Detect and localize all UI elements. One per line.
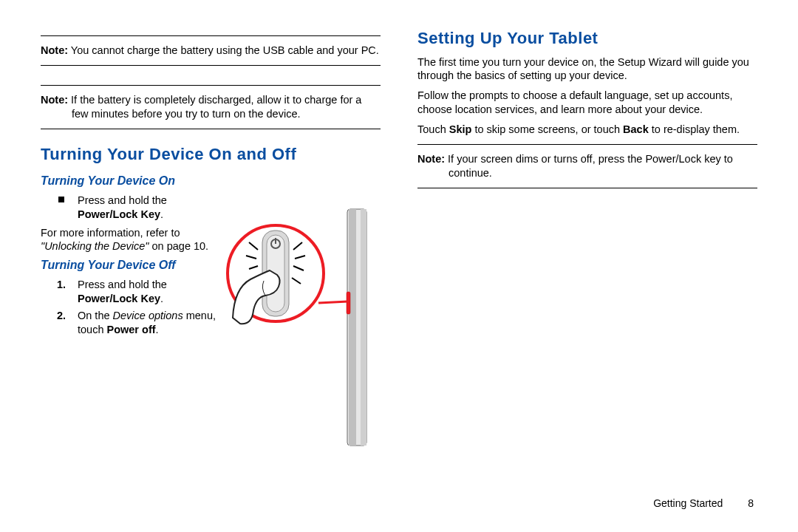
rule [417, 188, 757, 188]
setup-p2: Follow the prompts to choose a default l… [417, 89, 757, 117]
svg-line-4 [318, 301, 348, 303]
bullet-press-hold: Press and hold the Power/Lock Key. [41, 194, 218, 222]
power-button-illustration [218, 207, 388, 451]
page-footer: Getting Started 8 [653, 497, 754, 510]
note-label: Note: [41, 44, 68, 56]
subheading-off: Turning Your Device Off [41, 258, 218, 273]
footer-page-number: 8 [748, 497, 754, 509]
power-lock-key-label: Power/Lock Key [78, 208, 160, 220]
right-column: Setting Up Your Tablet The first time yo… [417, 28, 757, 339]
power-off-bold: Power off [107, 324, 156, 335]
svg-rect-2 [361, 209, 366, 446]
step-num: 1. [57, 278, 66, 292]
rule [41, 129, 381, 129]
note-2: Note: If the battery is completely disch… [41, 93, 381, 121]
heading-setup: Setting Up Your Tablet [417, 28, 757, 50]
rule [41, 35, 381, 36]
step-num: 2. [57, 309, 66, 323]
bullet-text: Press and hold the [78, 194, 167, 206]
note-1: Note: You cannot charge the battery usin… [41, 44, 381, 58]
skip-bold: Skip [449, 123, 472, 135]
note-text: If the battery is completely discharged,… [71, 94, 361, 120]
note-3: Note: If your screen dims or turns off, … [417, 152, 757, 180]
device-options-italic: Device options [113, 310, 183, 321]
rule [417, 144, 757, 145]
heading-power: Turning Your Device On and Off [41, 144, 381, 166]
note-label: Note: [41, 94, 68, 106]
svg-rect-1 [349, 209, 356, 446]
square-bullet-icon [58, 197, 64, 202]
ref-italic: "Unlocking the Device" [41, 240, 149, 252]
svg-rect-3 [347, 292, 350, 314]
footer-section-title: Getting Started [653, 497, 723, 509]
power-lock-key-label: Power/Lock Key [78, 293, 160, 304]
setup-p1: The first time you turn your device on, … [417, 55, 757, 83]
note-label: Note: [417, 153, 445, 165]
step-1: 1. Press and hold the Power/Lock Key. [41, 278, 218, 306]
step-2: 2. On the Device options menu, touch Pow… [41, 309, 218, 337]
rule [41, 85, 381, 86]
setup-p3: Touch Skip to skip some screens, or touc… [417, 123, 757, 137]
note-text: You cannot charge the battery using the … [71, 44, 379, 56]
subheading-on: Turning Your Device On [41, 174, 218, 189]
note-text: If your screen dims or turns off, press … [448, 153, 733, 179]
rule [41, 65, 381, 66]
ref-paragraph: For more information, refer to "Unlockin… [41, 226, 218, 254]
back-bold: Back [623, 123, 649, 135]
